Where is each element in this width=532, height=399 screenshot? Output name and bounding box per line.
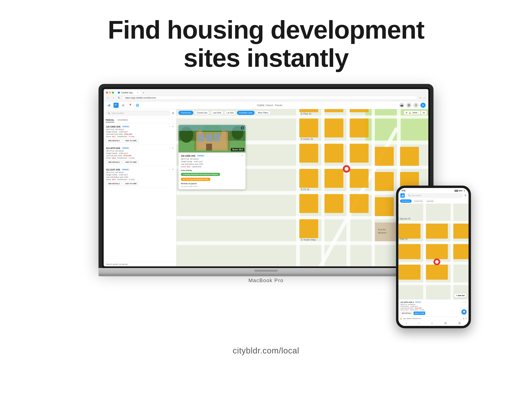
phone-browser-nav: ‹ › ⌂ ⊡ ☰ [399, 320, 469, 326]
phone-parcel-badge: PARCEL [415, 301, 422, 303]
phone-view-list-button[interactable]: ≡ View list [454, 294, 467, 298]
tab-favicon [118, 92, 120, 94]
phone-search-input[interactable]: 🔍 Type location [406, 194, 463, 197]
add-to-crm-button[interactable]: ADD TO CRM [123, 182, 139, 186]
svg-rect-30 [324, 194, 343, 213]
parcels-list: 125 23RD AVE PARCEL ☆ 👁 SEATTLE, WA 9812… [104, 123, 176, 262]
parcel-city: SEATTLE, WA 98122 [106, 150, 174, 152]
tab-parcel[interactable]: PARCEL [106, 118, 114, 122]
filter-last-sold[interactable]: Last Sold [211, 111, 223, 115]
total-units-button[interactable]: 43 Total New Residential Units [181, 178, 210, 181]
phone-map-area[interactable]: E Spruce St E Pike St ≡ View list [399, 204, 469, 299]
traffic-light-yellow[interactable] [109, 92, 111, 94]
browser-tab[interactable]: CityBldr App ✕ [115, 91, 141, 95]
phone-chip-townhomes[interactable]: Townhomes [400, 199, 412, 203]
svg-rect-38 [375, 197, 394, 216]
phone-see-details-button[interactable]: SEE DETAILS [400, 311, 413, 315]
photos-icon[interactable]: 🖼 [406, 103, 412, 108]
phone-parcel-sold: Last sold Jan 2007 · $118,000 [400, 307, 467, 309]
star-icon[interactable]: ☆ [169, 168, 171, 171]
svg-rect-37 [375, 172, 394, 191]
phone-app-icon[interactable] [400, 193, 405, 198]
phone-map-svg: E Spruce St E Pike St [399, 204, 469, 299]
hide-icon[interactable]: 👁 [172, 147, 174, 149]
back-button[interactable]: ‹ [106, 96, 110, 99]
settings-icon[interactable]: ⚙ [413, 103, 418, 108]
star-icon[interactable]: ☆ [169, 147, 171, 149]
analytics-icon[interactable] [106, 103, 112, 108]
star-icon[interactable]: ☆ [169, 125, 171, 128]
svg-rect-25 [299, 219, 318, 238]
page-heading: Find housing development sites instantly [108, 16, 424, 72]
parcel-type: Single Family · 3,584 sq ft [106, 152, 174, 154]
phone-chip-current-use[interactable]: Current Use [413, 199, 424, 203]
filter-lot-size[interactable]: Lot Size [224, 111, 236, 115]
svg-rect-32 [350, 119, 369, 138]
phone-forward-button[interactable]: › [419, 322, 420, 325]
location-icon[interactable]: 📍 [128, 103, 133, 108]
map-2d-button[interactable]: 2D [421, 111, 427, 115]
no-permit-data: No permit data found. [181, 185, 243, 187]
traffic-light-red[interactable] [106, 92, 108, 94]
filter-icon[interactable]: ⚙ [172, 112, 174, 115]
filter-buildable-units[interactable]: Buildable Units [237, 111, 254, 115]
tab-starred[interactable]: STARRED [117, 118, 128, 122]
phone-chip-last-sold[interactable]: Last Sold [425, 199, 435, 203]
hide-icon[interactable]: 👁 [172, 125, 174, 128]
reload-button[interactable]: ↻ [117, 96, 121, 99]
phone-filter-icon[interactable]: ⚙ [464, 194, 467, 197]
svg-rect-1 [109, 105, 109, 106]
globe-icon[interactable]: 🌐 [135, 103, 140, 108]
bookmark-icon[interactable]: ☆ [419, 96, 421, 99]
see-details-button[interactable]: SEE DETAILS [106, 160, 122, 164]
svg-text:E Union St: E Union St [301, 138, 313, 140]
phone-tabs-button[interactable]: ⊡ [444, 322, 447, 325]
phone-home-button[interactable]: ⌂ [431, 322, 433, 325]
parcel-city: SEATTLE, WA 98122 [106, 128, 174, 130]
map-area[interactable]: Townhomes Current Use Last Sold Lot Size… [177, 109, 428, 266]
forward-button[interactable]: › [112, 96, 115, 99]
popup-star-icon[interactable]: ☆ [238, 154, 240, 157]
svg-rect-10 [177, 216, 428, 219]
hide-icon[interactable]: 👁 [172, 168, 174, 171]
see-details-button[interactable]: SEE DETAILS [106, 139, 122, 143]
address-bar[interactable]: https://app.citybldr.com/discover [123, 96, 418, 100]
filter-current-use[interactable]: Current Use [195, 111, 209, 115]
add-to-crm-button[interactable]: ADD TO CRM [123, 160, 139, 164]
svg-text:E Pike St: E Pike St [399, 238, 407, 241]
phone-star-icon[interactable]: ☆ [462, 301, 464, 303]
svg-rect-77 [399, 244, 420, 259]
user-avatar[interactable]: A [420, 103, 426, 108]
camera-icon[interactable]: 📷 [399, 103, 404, 108]
svg-rect-2 [110, 104, 110, 106]
popup-score: Score: 25.0 · Apartments [181, 165, 243, 168]
tab-close-icon[interactable]: ✕ [137, 92, 139, 94]
traffic-light-green[interactable] [112, 92, 114, 94]
see-details-button[interactable]: SEE DETAILS [106, 182, 122, 186]
svg-rect-71 [399, 282, 469, 285]
svg-rect-23 [299, 169, 318, 188]
new-tab-button[interactable]: + [143, 91, 144, 94]
phone-screen: 3:41 ▐▐▐ WiFi 🔋 🔍 Type location [399, 188, 469, 326]
extensions-icon[interactable]: ⋯ [424, 96, 426, 99]
grid-icon[interactable]: ⊞ [120, 103, 126, 108]
popup-close-button[interactable]: ✕ [241, 126, 244, 130]
phone-status-bar: 3:41 ▐▐▐ WiFi 🔋 [399, 188, 469, 192]
add-to-crm-button[interactable]: ADD TO CRM [123, 139, 139, 143]
phone-menu-button[interactable]: ☰ [458, 322, 461, 325]
filter-townhomes[interactable]: Townhomes [178, 111, 193, 115]
phone-hide-icon[interactable]: 👁 [465, 301, 467, 303]
svg-rect-20 [299, 109, 318, 112]
search-input[interactable]: 🔍 Type location [106, 111, 170, 115]
nearby-permits-button[interactable]: 4 Nearby Permitted Development Projects [181, 173, 220, 176]
phone-chat-button[interactable]: 💬 [462, 309, 467, 315]
map-lock-button[interactable]: 🔒 [407, 111, 413, 115]
popup-hide-icon[interactable]: 👁 [241, 154, 243, 157]
svg-rect-68 [399, 221, 469, 224]
search-icon[interactable]: 🔍 [114, 103, 119, 108]
phone-add-to-crm-button[interactable]: ADD TO CRM [414, 311, 425, 315]
svg-rect-21 [299, 119, 318, 138]
app-nav-icons: 🔍 ⊞ 📍 🌐 [106, 103, 140, 108]
phone-back-button[interactable]: ‹ [406, 322, 407, 325]
filter-more-filters[interactable]: More Filters [256, 111, 271, 115]
